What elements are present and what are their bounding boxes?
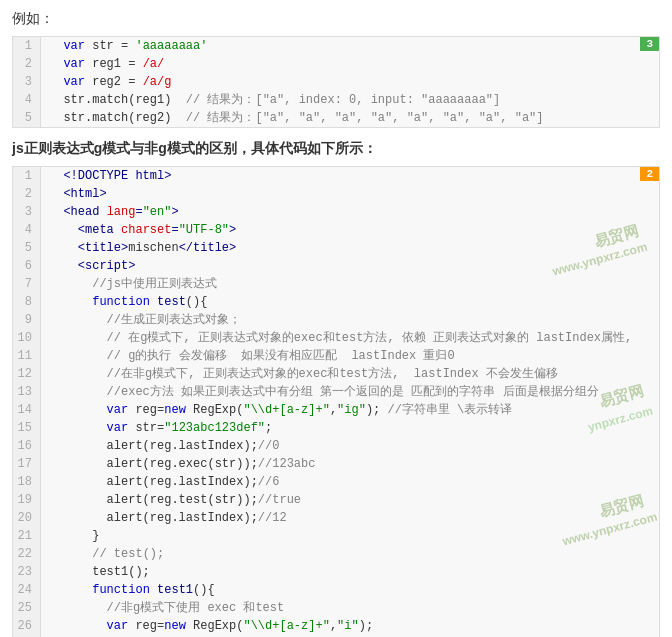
code-block-2: 2 易贸网 www.ynpxrz.com 易贸网 ynpxrz.com 易贸网 … [12, 166, 660, 637]
line-number: 4 [13, 91, 41, 109]
line-content: //生成正则表达式对象； [41, 311, 659, 329]
code-line: 4 str.match(reg1) // 结果为：["a", index: 0,… [13, 91, 659, 109]
code-line: 13 //exec方法 如果正则表达式中有分组 第一个返回的是 匹配到的字符串 … [13, 383, 659, 401]
code-line: 10 // 在g模式下, 正则表达式对象的exec和test方法, 依赖 正则表… [13, 329, 659, 347]
line-content: <meta charset="UTF-8"> [41, 221, 659, 239]
line-content: <html> [41, 185, 659, 203]
code-line: 9 //生成正则表达式对象； [13, 311, 659, 329]
line-content: str.match(reg2) // 结果为：["a", "a", "a", "… [41, 109, 659, 127]
line-number: 3 [13, 203, 41, 221]
page: 例如： 3 1 var str = 'aaaaaaaa' 2 var reg1 … [0, 0, 672, 637]
line-content: str.match(reg1) // 结果为：["a", index: 0, i… [41, 91, 659, 109]
code-line: 12 //在非g模式下, 正则表达式对象的exec和test方法, lastIn… [13, 365, 659, 383]
line-number: 1 [13, 167, 41, 185]
line-content: //非g模式下使用 exec 和test [41, 599, 659, 617]
line-content: var reg1 = /a/ [41, 55, 659, 73]
intro-label: 例如： [12, 10, 660, 28]
line-content: var reg2 = /a/g [41, 73, 659, 91]
line-number: 2 [13, 55, 41, 73]
line-number: 16 [13, 437, 41, 455]
code-line: 15 var str="123abc123def"; [13, 419, 659, 437]
line-number: 15 [13, 419, 41, 437]
line-number: 6 [13, 257, 41, 275]
line-content: var reg=new RegExp("\\d+[a-z]+","i"); [41, 617, 659, 635]
line-content: // test(); [41, 545, 659, 563]
line-content: // g的执行 会发偏移 如果没有相应匹配 lastIndex 重归0 [41, 347, 659, 365]
code-line: 20 alert(reg.lastIndex);//12 [13, 509, 659, 527]
line-content: <head lang="en"> [41, 203, 659, 221]
code-line: 5 <title>mischen</title> [13, 239, 659, 257]
line-number: 24 [13, 581, 41, 599]
line-number: 12 [13, 365, 41, 383]
code-line: 18 alert(reg.lastIndex);//6 [13, 473, 659, 491]
code-line: 1 var str = 'aaaaaaaa' [13, 37, 659, 55]
line-content: //exec方法 如果正则表达式中有分组 第一个返回的是 匹配到的字符串 后面是… [41, 383, 659, 401]
code-line: 19 alert(reg.test(str));//true [13, 491, 659, 509]
line-content: alert(reg.exec(str));//123abc [41, 455, 659, 473]
line-number: 23 [13, 563, 41, 581]
code-line: 16 alert(reg.lastIndex);//0 [13, 437, 659, 455]
code-line: 3 var reg2 = /a/g [13, 73, 659, 91]
code-line: 24 function test1(){ [13, 581, 659, 599]
line-content: <script> [41, 257, 659, 275]
line-number: 25 [13, 599, 41, 617]
line-content: //js中使用正则表达式 [41, 275, 659, 293]
line-number: 21 [13, 527, 41, 545]
line-content: var reg=new RegExp("\\d+[a-z]+","ig"); /… [41, 401, 659, 419]
line-number: 4 [13, 221, 41, 239]
code-line: 14 var reg=new RegExp("\\d+[a-z]+","ig")… [13, 401, 659, 419]
line-number: 8 [13, 293, 41, 311]
line-content: var str="123abc123def"; [41, 419, 659, 437]
line-content: <!DOCTYPE html> [41, 167, 659, 185]
line-content: // 在g模式下, 正则表达式对象的exec和test方法, 依赖 正则表达式对… [41, 329, 659, 347]
line-content: var str = 'aaaaaaaa' [41, 37, 659, 55]
code-lines-2: 1 <!DOCTYPE html> 2 <html> 3 <head lang=… [13, 167, 659, 637]
code-line: 7 //js中使用正则表达式 [13, 275, 659, 293]
line-number: 2 [13, 185, 41, 203]
line-content: alert(reg.lastIndex);//6 [41, 473, 659, 491]
line-number: 11 [13, 347, 41, 365]
code-line: 22 // test(); [13, 545, 659, 563]
line-number: 3 [13, 73, 41, 91]
code-line: 6 <script> [13, 257, 659, 275]
line-number: 5 [13, 239, 41, 257]
code-line: 8 function test(){ [13, 293, 659, 311]
line-number: 10 [13, 329, 41, 347]
code-line: 25 //非g模式下使用 exec 和test [13, 599, 659, 617]
code-line: 5 str.match(reg2) // 结果为：["a", "a", "a",… [13, 109, 659, 127]
line-number: 5 [13, 109, 41, 127]
line-number: 26 [13, 617, 41, 635]
code-line: 3 <head lang="en"> [13, 203, 659, 221]
line-number: 14 [13, 401, 41, 419]
line-content: test1(); [41, 563, 659, 581]
code-block-1: 3 1 var str = 'aaaaaaaa' 2 var reg1 = /a… [12, 36, 660, 128]
line-content: alert(reg.lastIndex);//12 [41, 509, 659, 527]
line-number: 22 [13, 545, 41, 563]
code-line: 23 test1(); [13, 563, 659, 581]
block2-badge: 2 [640, 167, 659, 181]
line-number: 9 [13, 311, 41, 329]
code-line: 2 var reg1 = /a/ [13, 55, 659, 73]
line-number: 20 [13, 509, 41, 527]
block1-badge: 3 [640, 37, 659, 51]
code-line: 2 <html> [13, 185, 659, 203]
code-line: 11 // g的执行 会发偏移 如果没有相应匹配 lastIndex 重归0 [13, 347, 659, 365]
line-content: alert(reg.test(str));//true [41, 491, 659, 509]
line-number: 1 [13, 37, 41, 55]
line-number: 13 [13, 383, 41, 401]
code-line: 17 alert(reg.exec(str));//123abc [13, 455, 659, 473]
line-content: } [41, 527, 659, 545]
line-content: //在非g模式下, 正则表达式对象的exec和test方法, lastIndex… [41, 365, 659, 383]
code-line: 21 } [13, 527, 659, 545]
line-number: 18 [13, 473, 41, 491]
line-content: alert(reg.lastIndex);//0 [41, 437, 659, 455]
code-lines-1: 1 var str = 'aaaaaaaa' 2 var reg1 = /a/ … [13, 37, 659, 127]
line-number: 19 [13, 491, 41, 509]
line-content: function test(){ [41, 293, 659, 311]
line-content: <title>mischen</title> [41, 239, 659, 257]
line-number: 17 [13, 455, 41, 473]
code-line: 4 <meta charset="UTF-8"> [13, 221, 659, 239]
mid-label: js正则表达式g模式与非g模式的区别，具体代码如下所示： [12, 140, 660, 158]
line-content: function test1(){ [41, 581, 659, 599]
code-line: 1 <!DOCTYPE html> [13, 167, 659, 185]
